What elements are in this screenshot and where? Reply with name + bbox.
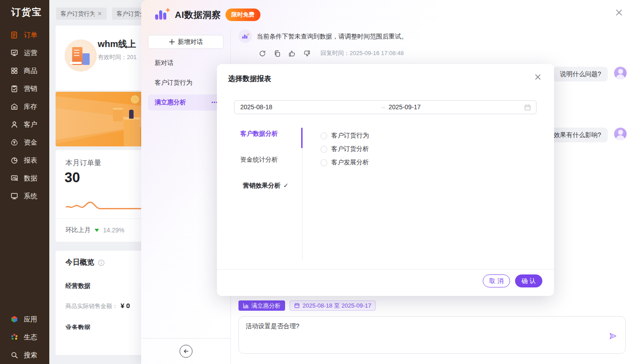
copy-icon[interactable] <box>273 50 281 57</box>
inventory-icon <box>10 103 18 111</box>
sidebar-item-funds[interactable]: 资金 <box>0 133 49 151</box>
user-message-1: 说明什么问题? <box>553 67 608 81</box>
ai-logo-icon <box>154 8 170 22</box>
sales-amount-value: ¥ 0 <box>121 302 130 309</box>
apps-cube-icon <box>10 315 18 323</box>
panel-close-icon[interactable] <box>615 9 623 17</box>
plus-icon <box>169 39 175 45</box>
arrow-left-icon <box>182 348 189 355</box>
sidebar-item-customers[interactable]: 客户 <box>0 116 49 133</box>
check-mark-icon: ✓ <box>283 182 289 189</box>
funds-icon <box>10 138 18 146</box>
system-icon <box>10 192 18 200</box>
regenerate-icon[interactable] <box>259 50 266 57</box>
category-customer-data[interactable]: 客户数据分析 <box>240 130 278 138</box>
reply-time-value: 2025-09-16 17:08:48 <box>350 50 404 56</box>
free-badge: 限时免费 <box>225 9 260 21</box>
info-icon[interactable] <box>98 259 105 266</box>
analysis-chip[interactable]: 满立惠分析 <box>238 300 285 311</box>
bar-chart-icon <box>243 303 249 308</box>
modal-title: 选择数据报表 <box>228 74 271 84</box>
option-customer-order-behavior[interactable]: 客户订货行为 <box>320 132 369 140</box>
sales-amount-label: 商品实际销售金额： <box>65 302 118 310</box>
user-avatar <box>614 128 627 140</box>
message-input[interactable]: 活动设置是否合理? <box>239 317 625 353</box>
data-icon <box>10 174 18 182</box>
composer: 活动设置是否合理? <box>238 316 626 354</box>
assistant-avatar <box>238 30 252 43</box>
store-name: whm线上 <box>98 38 136 50</box>
customers-icon <box>10 120 18 128</box>
message-actions: 回复时间：2025-09-16 17:08:48 <box>259 49 404 57</box>
chat-list-footer <box>141 338 230 364</box>
decline-arrow-icon <box>94 228 100 232</box>
marketing-icon <box>10 85 18 93</box>
reports-icon <box>10 156 18 164</box>
reply-time-label: 回复时间： <box>320 50 350 56</box>
date-range-arrow: → <box>380 103 386 110</box>
screen: 客户订货行为 ✕ 客户订货分 whm线上 有效时间：201 本月订单量 30 <box>0 0 632 364</box>
sidebar-item-marketing[interactable]: 营销 <box>0 80 49 98</box>
date-end-input[interactable]: 2025-09-17 <box>389 103 421 111</box>
category-marketing-effect[interactable]: 营销效果分析✓ <box>243 182 289 190</box>
store-avatar <box>65 39 97 72</box>
user-message-2: 效果有什么影响? <box>547 128 608 142</box>
tab-close-icon[interactable]: ✕ <box>97 10 102 17</box>
tab-label: 客户订货行为 <box>61 10 95 18</box>
date-start-input[interactable]: 2025-08-18 <box>240 103 273 111</box>
active-category-indicator <box>301 128 303 148</box>
sidebar-item-apps[interactable]: 应用 <box>0 310 49 328</box>
user-avatar <box>614 67 627 79</box>
store-valid-time: 有效时间：201 <box>98 53 137 61</box>
option-customer-order-analysis[interactable]: 客户订货分析 <box>320 145 369 153</box>
monthly-orders-title: 本月订单量 <box>65 158 101 168</box>
sidebar-item-inventory[interactable]: 库存 <box>0 98 49 116</box>
date-range-chip[interactable]: 2025-08-18 至 2025-09-17 <box>290 300 376 311</box>
option-customer-development[interactable]: 客户发展分析 <box>320 158 369 167</box>
collapse-back-button[interactable] <box>179 345 192 358</box>
sidebar-item-products[interactable]: 商品 <box>0 62 49 80</box>
products-icon <box>10 67 18 75</box>
thumbs-up-icon[interactable] <box>288 50 296 57</box>
chat-item-order-behavior[interactable]: 客户订货行为 <box>148 75 224 90</box>
app-logo: 订货宝 <box>11 6 42 18</box>
monthly-orders-value: 30 <box>65 170 80 186</box>
modal-close-icon[interactable] <box>534 73 541 81</box>
panel-title: AI数据洞察 <box>175 9 221 21</box>
workspace-tab-customer-order-behavior[interactable]: 客户订货行为 ✕ <box>56 8 107 20</box>
radio-icon[interactable] <box>320 146 327 153</box>
cancel-button[interactable]: 取 消 <box>483 274 510 287</box>
today-overview-title: 今日概览 <box>65 258 94 267</box>
sidebar-item-data[interactable]: 数据 <box>0 169 49 187</box>
operations-icon <box>10 49 18 57</box>
chat-item-new[interactable]: 新对话 <box>148 56 224 71</box>
order-doc-icon <box>10 31 18 39</box>
date-range-picker[interactable]: 2025-08-18 → 2025-09-17 <box>234 100 537 114</box>
send-icon[interactable] <box>609 332 617 340</box>
sidebar-item-reports[interactable]: 报表 <box>0 151 49 169</box>
calendar-icon <box>294 303 300 308</box>
assistant-message: 当前条件下暂未查询到数据，请调整时间范围后重试。 <box>257 31 407 41</box>
calendar-icon[interactable] <box>524 104 531 111</box>
thumbs-down-icon[interactable] <box>303 50 311 57</box>
report-picker-modal: 选择数据报表 2025-08-18 → 2025-09-17 客户数据分析 资金… <box>217 64 554 296</box>
orders-sparkline <box>65 199 143 213</box>
confirm-button[interactable]: 确 认 <box>515 274 542 287</box>
sidebar-item-orders[interactable]: 订单 <box>0 26 49 44</box>
sidebar-item-operations[interactable]: 运营 <box>0 44 49 62</box>
category-funds-stats[interactable]: 资金统计分析 <box>240 156 278 164</box>
radio-icon[interactable] <box>320 159 327 166</box>
business-data-section: 经营数据 <box>65 282 91 290</box>
sidebar-item-ecosystem[interactable]: 生态 <box>0 328 49 346</box>
modal-footer-divider <box>217 269 554 270</box>
compare-label: 环比上月 <box>65 226 91 234</box>
sidebar-item-search[interactable]: 搜索 <box>0 346 49 364</box>
ops-data-section: 业务数据 <box>65 324 91 330</box>
new-chat-button[interactable]: 新增对话 <box>148 35 224 49</box>
radio-icon[interactable] <box>320 133 327 139</box>
chat-item-promo-analysis[interactable]: 满立惠分析 ⋯ <box>148 94 224 111</box>
app-sidebar: 订货宝 订单 运营 商品 营销 库存 <box>0 0 49 364</box>
ecosystem-icon <box>10 333 18 341</box>
compare-value: 14.29% <box>103 227 124 234</box>
sidebar-item-system[interactable]: 系统 <box>0 187 49 205</box>
